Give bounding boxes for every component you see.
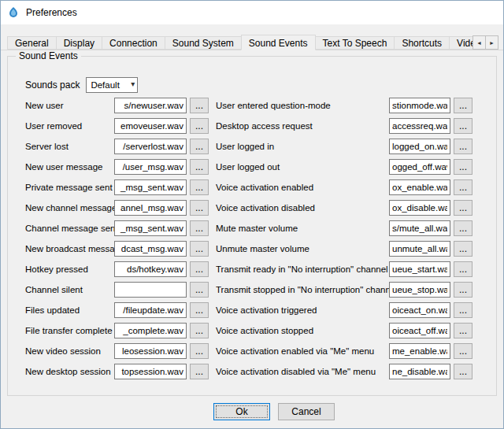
sound-file-input[interactable]	[389, 364, 450, 379]
sound-file-input[interactable]	[389, 261, 450, 277]
sound-event-label: Transmit ready in "No interruption" chan…	[216, 264, 389, 274]
browse-button[interactable]: ...	[190, 302, 209, 318]
sound-event-label: New user	[25, 101, 114, 110]
browse-button[interactable]: ...	[454, 241, 472, 257]
sound-event-row: User removed...	[25, 118, 209, 134]
tab-scroll-left-button[interactable]: ◄	[472, 35, 486, 50]
sound-file-input[interactable]	[114, 302, 187, 318]
sound-event-label: Server lost	[25, 142, 114, 151]
sound-event-label: User entered question-mode	[216, 101, 389, 110]
browse-button[interactable]: ...	[454, 343, 472, 359]
sound-event-row: Mute master volume...	[216, 220, 472, 236]
sound-file-input[interactable]	[389, 282, 450, 298]
browse-button[interactable]: ...	[190, 220, 209, 236]
sound-events-right-column: User entered question-mode...Desktop acc…	[216, 98, 472, 384]
tab-scroll-right-button[interactable]: ►	[485, 35, 498, 50]
browse-button[interactable]: ...	[190, 323, 209, 338]
browse-button[interactable]: ...	[190, 98, 209, 113]
sound-events-group: Sound Events Sounds pack Default ▾ New u…	[7, 56, 497, 396]
sound-file-input[interactable]	[389, 118, 450, 134]
sound-event-label: New desktop session	[25, 367, 114, 376]
tab-shortcuts[interactable]: Shortcuts	[394, 36, 450, 50]
browse-button[interactable]: ...	[190, 118, 209, 134]
browse-button[interactable]: ...	[190, 139, 209, 154]
sound-file-input[interactable]	[114, 200, 187, 216]
browse-button[interactable]: ...	[454, 323, 472, 338]
browse-button[interactable]: ...	[454, 179, 472, 195]
tab-connection[interactable]: Connection	[102, 36, 165, 50]
sound-file-input[interactable]	[114, 179, 187, 195]
sounds-pack-label: Sounds pack	[25, 80, 80, 91]
browse-button[interactable]: ...	[454, 261, 472, 277]
sound-file-input[interactable]	[389, 220, 450, 236]
sound-event-row: Voice activation enabled...	[216, 179, 472, 195]
sound-file-input[interactable]	[114, 343, 187, 359]
sound-event-label: Voice activation triggered	[216, 305, 389, 315]
sound-file-input[interactable]	[389, 139, 450, 154]
sound-event-label: Transmit stopped in "No interruption" ch…	[216, 285, 389, 294]
titlebar: Preferences	[1, 1, 503, 24]
sounds-pack-row: Sounds pack Default ▾	[25, 77, 138, 93]
tab-sound-events[interactable]: Sound Events	[241, 35, 316, 50]
sound-file-input[interactable]	[114, 220, 187, 236]
tab-display[interactable]: Display	[56, 36, 102, 50]
sound-event-row: Desktop access request...	[216, 118, 472, 134]
sounds-pack-select[interactable]: Default ▾	[86, 77, 138, 93]
sound-file-input[interactable]	[389, 302, 450, 318]
tab-scrollers: ◄ ►	[472, 35, 498, 50]
browse-button[interactable]: ...	[454, 200, 472, 216]
sound-event-row: New user message...	[25, 159, 209, 175]
browse-button[interactable]: ...	[454, 139, 472, 154]
browse-button[interactable]: ...	[190, 364, 209, 379]
browse-button[interactable]: ...	[454, 282, 472, 298]
sound-file-input[interactable]	[114, 139, 187, 154]
sound-file-input[interactable]	[389, 98, 450, 113]
sound-event-label: Voice activation disabled via "Me" menu	[216, 367, 389, 376]
browse-button[interactable]: ...	[454, 98, 472, 113]
sound-file-input[interactable]	[114, 118, 187, 134]
sound-event-label: Voice activation enabled	[216, 183, 389, 192]
browse-button[interactable]: ...	[454, 220, 472, 236]
sound-event-row: Unmute master volume...	[216, 241, 472, 257]
sound-file-input[interactable]	[389, 241, 450, 257]
ok-button[interactable]: Ok	[213, 403, 270, 420]
sound-event-row: Files updated...	[25, 302, 209, 318]
sound-file-input[interactable]	[389, 159, 450, 175]
sound-file-input[interactable]	[114, 282, 187, 298]
sound-file-input[interactable]	[114, 98, 187, 113]
sound-file-input[interactable]	[114, 241, 187, 257]
sound-event-row: Voice activation disabled...	[216, 200, 472, 216]
browse-button[interactable]: ...	[190, 241, 209, 257]
sound-file-input[interactable]	[389, 179, 450, 195]
sound-event-label: Files updated	[25, 305, 114, 315]
tab-general[interactable]: General	[7, 36, 57, 50]
browse-button[interactable]: ...	[454, 118, 472, 134]
browse-button[interactable]: ...	[454, 302, 472, 318]
sound-file-input[interactable]	[389, 323, 450, 338]
sound-event-label: File transfer complete	[25, 326, 114, 335]
browse-button[interactable]: ...	[190, 343, 209, 359]
sound-file-input[interactable]	[389, 343, 450, 359]
sound-event-row: Voice activation stopped...	[216, 323, 472, 338]
sounds-pack-value: Default	[91, 80, 119, 90]
browse-button[interactable]: ...	[190, 261, 209, 277]
sound-file-input[interactable]	[114, 261, 187, 277]
browse-button[interactable]: ...	[454, 364, 472, 379]
browse-button[interactable]: ...	[190, 282, 209, 298]
sound-file-input[interactable]	[114, 364, 187, 379]
sound-file-input[interactable]	[389, 200, 450, 216]
tab-text-to-speech[interactable]: Text To Speech	[315, 36, 395, 50]
browse-button[interactable]: ...	[190, 159, 209, 175]
sound-event-label: New user message	[25, 162, 114, 172]
sound-event-row: File transfer complete...	[25, 323, 209, 338]
sound-event-row: Voice activation triggered...	[216, 302, 472, 318]
tab-sound-system[interactable]: Sound System	[165, 36, 242, 50]
sound-file-input[interactable]	[114, 323, 187, 338]
browse-button[interactable]: ...	[454, 159, 472, 175]
sound-event-label: New channel message	[25, 203, 114, 213]
browse-button[interactable]: ...	[190, 200, 209, 216]
cancel-button[interactable]: Cancel	[278, 403, 335, 420]
sound-event-row: User entered question-mode...	[216, 98, 472, 113]
sound-file-input[interactable]	[114, 159, 187, 175]
browse-button[interactable]: ...	[190, 179, 209, 195]
